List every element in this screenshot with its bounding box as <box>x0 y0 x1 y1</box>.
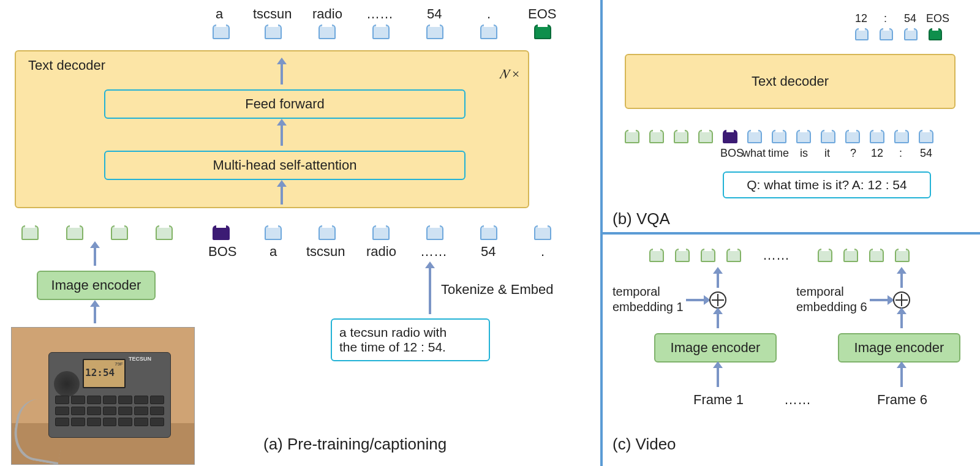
tokenize-label: Tokenize & Embed <box>441 282 553 298</box>
b-54 <box>919 130 933 143</box>
b-q <box>845 130 860 143</box>
b-out-12 <box>855 28 869 40</box>
b-whatt <box>747 130 762 143</box>
c-frame1: Frame 1 <box>693 392 744 408</box>
b-is <box>796 130 811 143</box>
c-arr-frame6 <box>900 367 903 387</box>
arrow-in-sa <box>281 186 283 205</box>
b-in-lbl-2: time <box>768 147 789 160</box>
in-lbl-2: tscsun <box>306 244 345 260</box>
b-text-decoder: Text decoder <box>625 54 956 109</box>
b-out-lbl-1: : <box>884 12 887 25</box>
radio-image: 79F 12:54 TECSUN <box>11 327 195 465</box>
radio-time: 12:54 <box>85 367 123 378</box>
in-lbl-5: 54 <box>481 244 496 260</box>
feed-forward-block: Feed forward <box>104 89 466 119</box>
out-tok-a <box>213 24 230 39</box>
in-lbl-1: a <box>270 244 277 260</box>
in-tok-radio <box>372 225 390 240</box>
radio-brand: TECSUN <box>129 356 151 362</box>
c-arr-plus-out6 <box>900 273 903 288</box>
out-tok-tscsun <box>265 24 282 39</box>
panel-a-caption: (a) Pre-training/captioning <box>263 435 447 454</box>
b-out-lbl-2: 54 <box>904 12 916 25</box>
in-lbl-4: …… <box>420 244 447 260</box>
b-in-lbl-3: is <box>800 147 808 160</box>
b-time <box>772 130 786 143</box>
in-tok-dots <box>426 225 443 240</box>
b-out-lbl-0: 12 <box>855 12 867 25</box>
in-lbl-0: BOS <box>208 244 236 260</box>
arrow-tokenize <box>429 268 431 314</box>
text-decoder-block: Text decoder <box>15 50 529 208</box>
radio-btn-row2 <box>55 407 164 415</box>
b-in-lbl-7: : <box>899 147 902 160</box>
c-arr-frame1 <box>717 367 719 387</box>
c-arr-h1 <box>686 299 704 301</box>
c-tok-6 <box>869 249 884 262</box>
b-out-54 <box>904 28 918 40</box>
image-encoder-label: Image encoder <box>51 277 141 293</box>
caption-line1: a tecsun radio with <box>339 325 447 340</box>
radio-temp: 79F <box>85 361 123 367</box>
c-temp6-l2: embedding 6 <box>796 300 867 314</box>
b-in-lbl-4: it <box>824 147 830 160</box>
b-qa-box: Q: what time is it? A: 12 : 54 <box>723 171 931 198</box>
out-lbl-2: radio <box>312 6 342 22</box>
b-img-1 <box>649 130 664 143</box>
feed-forward-label: Feed forward <box>245 96 325 112</box>
out-tok-eos <box>534 24 551 39</box>
radio-screen: 79F 12:54 <box>83 359 126 388</box>
arrow-sa-ff <box>281 125 283 146</box>
b-col <box>894 130 909 143</box>
out-lbl-5: . <box>487 6 491 22</box>
radio-body: 79F 12:54 TECSUN <box>48 352 171 438</box>
in-tok-period <box>534 225 551 240</box>
b-in-lbl-0: BOS <box>720 147 744 160</box>
c-imgenc-lbl-6: Image encoder <box>854 340 944 356</box>
b-img-3 <box>698 130 713 143</box>
radio-btn-row3 <box>55 418 164 426</box>
c-temp1-l2: embedding 1 <box>612 300 684 314</box>
c-plus-1 <box>709 291 726 309</box>
c-tok-1 <box>675 249 690 262</box>
c-arr-enc-plus1 <box>717 314 719 328</box>
arrow-imgenc-out <box>94 247 96 266</box>
c-plus-6 <box>893 291 910 309</box>
arrow-img-to-enc <box>94 306 96 323</box>
caption-line2: the time of 12 : 54. <box>339 340 446 355</box>
c-tok-5 <box>843 249 858 262</box>
in-tok-bos <box>213 225 230 240</box>
b-text-decoder-label: Text decoder <box>752 73 829 89</box>
text-decoder-label: Text decoder <box>28 58 105 73</box>
c-arr-enc-plus6 <box>900 314 903 328</box>
b-in-lbl-8: 54 <box>920 147 932 160</box>
b-in-lbl-1: what <box>742 147 766 160</box>
b-out-eos <box>929 28 942 40</box>
c-tok-7 <box>895 249 910 262</box>
in-tok-tscsun <box>318 225 336 240</box>
c-imgenc-lbl-1: Image encoder <box>671 340 761 356</box>
radio-speaker <box>54 371 80 397</box>
out-tok-54 <box>426 24 443 39</box>
out-lbl-4: 54 <box>427 6 442 22</box>
b-in-lbl-5: ? <box>850 147 856 160</box>
b-in-lbl-6: 12 <box>871 147 883 160</box>
img-emb-2 <box>111 225 128 240</box>
out-tok-radio <box>318 24 336 39</box>
caption-input-box: a tecsun radio with the time of 12 : 54. <box>331 318 490 361</box>
image-encoder-block: Image encoder <box>37 271 156 300</box>
c-dots-bottom: …… <box>784 392 811 408</box>
b-img-2 <box>674 130 688 143</box>
out-lbl-0: a <box>216 6 223 22</box>
img-emb-1 <box>66 225 83 240</box>
radio-strap <box>11 396 69 465</box>
in-tok-54 <box>480 225 497 240</box>
c-arr-h6 <box>870 299 888 301</box>
img-emb-0 <box>21 225 39 240</box>
c-frame6: Frame 6 <box>877 392 927 408</box>
out-tok-dots <box>372 24 390 39</box>
in-lbl-6: . <box>541 244 545 260</box>
out-lbl-3: …… <box>366 6 393 22</box>
self-attention-block: Multi-head self-attention <box>104 151 466 180</box>
